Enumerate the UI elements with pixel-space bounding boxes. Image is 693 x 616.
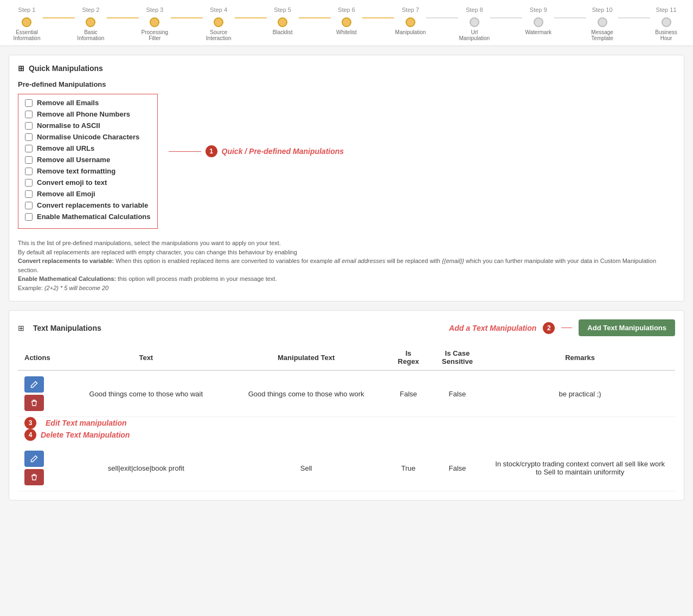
enable-math-label[interactable]: Enable Mathematical Calculations (37, 213, 151, 221)
main-content: ⊞ Quick Manipulations Pre-defined Manipu… (0, 46, 693, 518)
delete-annotation-row: 4 Delete Text Manipulation (18, 429, 675, 445)
step-2-dot (86, 17, 95, 27)
remove-emoji-checkbox[interactable] (25, 190, 33, 198)
remove-emails-label[interactable]: Remove all Emails (37, 99, 99, 107)
connector-7-8 (426, 17, 458, 18)
table-row: Good things come to those who wait Good … (18, 370, 675, 417)
table-row: sell|exit|close|book profit Sell True Fa… (18, 445, 675, 491)
delete-button-2[interactable] (24, 469, 44, 485)
step-3[interactable]: Step 3 Processing Filter (139, 7, 171, 41)
checkbox-normalise-ascii[interactable]: Normalise to ASCII (25, 121, 151, 130)
checkbox-remove-urls[interactable]: Remove all URLs (25, 144, 151, 152)
edit-button-2[interactable] (24, 451, 44, 467)
description-block: This is the list of pre-defined manipula… (18, 239, 675, 292)
checkbox-enable-math[interactable]: Enable Mathematical Calculations (25, 213, 151, 221)
col-remarks: Remarks (485, 345, 675, 370)
checkbox-remove-emoji[interactable]: Remove all Emoji (25, 190, 151, 198)
col-actions: Actions (18, 345, 67, 370)
step-10-number: Step 10 (592, 7, 613, 15)
connector-10-11 (618, 17, 650, 18)
step-8[interactable]: Step 8 Url Manipulation (458, 7, 490, 41)
checkbox-remove-emails[interactable]: Remove all Emails (25, 99, 151, 107)
step-1-number: Step 1 (18, 7, 36, 15)
step-6-label: Whitelist (336, 29, 357, 35)
step-8-number: Step 8 (466, 7, 483, 15)
remove-urls-checkbox[interactable] (25, 145, 33, 152)
enable-math-checkbox[interactable] (25, 213, 33, 221)
step-9[interactable]: Step 9 Watermark (522, 7, 554, 35)
text-manip-right: Add a Text Manipulation 2 Add Text Manip… (449, 319, 675, 336)
col-manipulated-text: Manipulated Text (226, 345, 387, 370)
action-buttons-2 (24, 451, 60, 485)
normalise-unicode-label[interactable]: Normalise Unicode Characters (37, 133, 139, 141)
manipulations-table: Actions Text Manipulated Text IsRegex Is… (18, 345, 675, 491)
row-1-remarks: be practical ;) (485, 370, 675, 417)
convert-replacements-checkbox[interactable] (25, 202, 33, 209)
checkbox-convert-replacements[interactable]: Convert replacements to variable (25, 201, 151, 209)
checkbox-list: Remove all Emails Remove all Phone Numbe… (18, 94, 158, 229)
checkbox-convert-emoji[interactable]: Convert emoji to text (25, 178, 151, 187)
normalise-ascii-checkbox[interactable] (25, 122, 33, 130)
checkbox-remove-username[interactable]: Remove all Username (25, 156, 151, 164)
row-2-actions (18, 445, 67, 491)
trash-icon-2 (30, 473, 38, 481)
normalise-ascii-label[interactable]: Normalise to ASCII (37, 121, 100, 130)
normalise-unicode-checkbox[interactable] (25, 133, 33, 141)
edit-icon-1 (30, 381, 38, 388)
step-2[interactable]: Step 2 Basic Information (75, 7, 107, 41)
text-manip-icon: ⊞ (18, 324, 24, 332)
step-3-dot (150, 17, 159, 27)
step-3-label: Processing Filter (139, 29, 171, 41)
remove-phones-label[interactable]: Remove all Phone Numbers (37, 110, 130, 118)
annotation-4-circle: 4 (24, 429, 36, 441)
edit-button-1[interactable] (24, 376, 44, 393)
step-6-number: Step 6 (338, 7, 355, 15)
step-8-label: Url Manipulation (458, 29, 490, 41)
convert-emoji-label[interactable]: Convert emoji to text (37, 178, 107, 187)
step-4[interactable]: Step 4 Source Interaction (203, 7, 235, 41)
step-10-dot (598, 17, 607, 27)
annotation-3-circle: 3 (24, 417, 36, 429)
row-2-manipulated: Sell (226, 445, 387, 491)
remove-username-checkbox[interactable] (25, 156, 33, 164)
checkbox-normalise-unicode[interactable]: Normalise Unicode Characters (25, 133, 151, 141)
text-manip-title: Text Manipulations (33, 324, 101, 332)
convert-replacements-label[interactable]: Convert replacements to variable (37, 201, 148, 209)
step-8-dot (470, 17, 479, 27)
row-1-case: False (430, 370, 485, 417)
annotation-4-text: Delete Text Manipulation (41, 431, 130, 439)
quick-manip-icon: ⊞ (18, 64, 24, 73)
step-1[interactable]: Step 1 Essential Information (11, 7, 43, 41)
quick-manipulations-card: ⊞ Quick Manipulations Pre-defined Manipu… (9, 55, 684, 301)
delete-button-1[interactable] (24, 395, 44, 411)
step-6[interactable]: Step 6 Whitelist (331, 7, 363, 35)
row-2-remarks: In stock/crypto trading context convert … (485, 445, 675, 491)
step-10[interactable]: Step 10 Message Template (586, 7, 618, 41)
desc-convert-bold: Convert replacements to variable: (18, 258, 114, 264)
connector-4-5 (235, 17, 267, 18)
row-1-manipulated: Good things come to those who work (226, 370, 387, 417)
step-11[interactable]: Step 11 Business Hour (650, 7, 682, 41)
step-1-label: Essential Information (11, 29, 43, 41)
connector-6-7 (362, 17, 394, 18)
step-7-label: Manipulation (395, 29, 426, 35)
checkbox-remove-phones[interactable]: Remove all Phone Numbers (25, 110, 151, 118)
remove-formatting-label[interactable]: Remove text formatting (37, 167, 116, 175)
step-5-number: Step 5 (274, 7, 291, 15)
desc-math-rest: this option will process math problems i… (118, 275, 277, 282)
remove-emails-checkbox[interactable] (25, 99, 33, 107)
remove-formatting-checkbox[interactable] (25, 168, 33, 175)
step-11-label: Business Hour (650, 29, 682, 41)
convert-emoji-checkbox[interactable] (25, 179, 33, 187)
desc-math-bold: Enable Mathematical Calculations: (18, 275, 116, 282)
remove-emoji-label[interactable]: Remove all Emoji (37, 190, 95, 198)
checkbox-remove-formatting[interactable]: Remove text formatting (25, 167, 151, 175)
remove-username-label[interactable]: Remove all Username (37, 156, 110, 164)
remove-phones-checkbox[interactable] (25, 111, 33, 118)
step-5[interactable]: Step 5 Blacklist (267, 7, 299, 35)
add-text-manipulations-button[interactable]: Add Text Manipulations (579, 319, 675, 336)
step-5-label: Blacklist (273, 29, 293, 35)
step-7[interactable]: Step 7 Manipulation (394, 7, 426, 35)
row-2-case: False (430, 445, 485, 491)
remove-urls-label[interactable]: Remove all URLs (37, 144, 94, 152)
